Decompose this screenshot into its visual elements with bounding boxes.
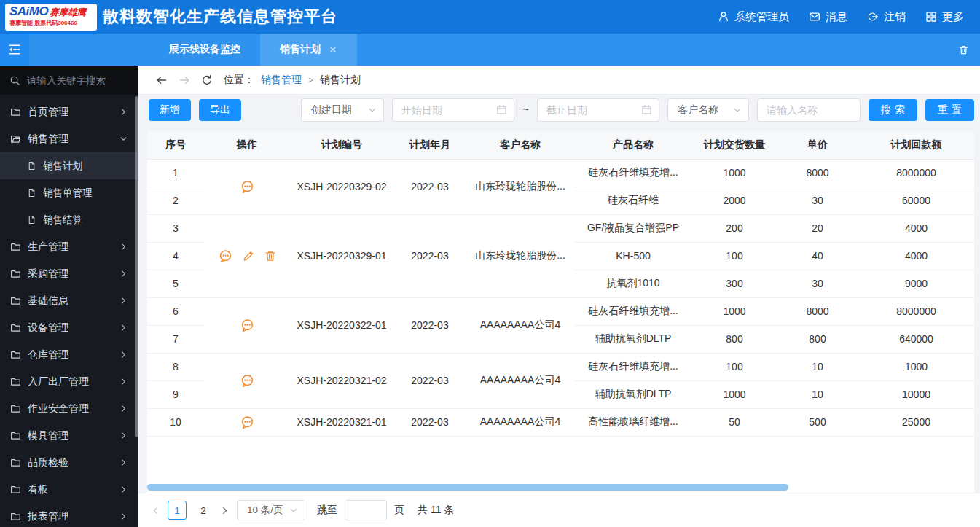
app-header: SAiMO 赛摩雄鹰 赛摩智能 股票代码300466 散料数智化生产线信息管控平… [0,0,980,34]
breadcrumb-parent-link[interactable]: 销售管理 [261,74,302,87]
chevron-right-icon [119,512,128,520]
chevron-left-icon [151,506,160,515]
folder-icon [10,295,21,306]
trash-icon [958,44,969,55]
reset-button[interactable]: 重置 [925,99,974,121]
clear-tabs-button[interactable] [958,34,980,66]
sidebar-toggle-button[interactable] [0,34,29,66]
page-size-select[interactable]: 10 条/页 [237,500,305,520]
folder-icon [10,403,21,414]
comment-button[interactable] [240,373,255,389]
cell-product: 硅灰石纤维 [574,187,692,214]
sidebar-item-2[interactable]: 销售管理 [0,125,138,152]
table-body: 1XSJH-20220329-022022-03山东玲珑轮胎股份...硅灰石纤维… [147,159,974,436]
breadcrumb-prefix: 位置： [224,74,254,87]
add-button[interactable]: 新增 [149,99,191,121]
comment-button[interactable] [240,318,255,333]
page-title: 散料数智化生产线信息管控平台 [103,6,337,28]
refresh-button[interactable] [201,74,213,86]
cell-product: 硅灰石纤维填充增... [574,353,692,380]
chevron-right-icon [119,324,128,332]
sidebar-scrollbar[interactable] [135,96,138,437]
comment-button[interactable] [218,249,233,264]
messages-button[interactable]: 消息 [809,10,847,24]
comment-icon [218,249,233,264]
start-date-input[interactable] [392,98,514,122]
cell-customer: 山东玲珑轮胎股份... [466,214,574,297]
cell-customer: AAAAAAAA公司4 [466,408,574,436]
cell-price: 8000 [777,297,858,325]
cell-price: 10 [777,380,858,408]
sidebar-item-label: 销售管理 [28,133,68,146]
sidebar-item-13[interactable]: 报表管理 [0,503,138,527]
sidebar-item-label: 报表管理 [28,510,68,523]
prev-page-button[interactable] [151,506,160,515]
cell-plan-no: XSJH-20220329-01 [290,214,393,297]
page-1-button[interactable]: 1 [168,501,187,520]
cell-qty: 300 [692,270,777,297]
sidebar-subitem-2-2[interactable]: 销售单管理 [0,179,138,206]
column-header-1: 序号 [147,131,204,159]
jump-page-input[interactable] [345,500,387,520]
cell-seq: 1 [147,159,204,187]
sidebar-item-label: 作业安全管理 [28,402,89,415]
table-row: 1XSJH-20220329-022022-03山东玲珑轮胎股份...硅灰石纤维… [147,159,974,187]
folder-icon [10,430,21,441]
sidebar-item-9[interactable]: 作业安全管理 [0,395,138,422]
file-icon [27,215,36,225]
user-icon [718,11,729,23]
search-button[interactable]: 搜索 [869,99,917,121]
edit-button[interactable] [242,249,255,262]
delete-icon [264,249,277,262]
sidebar-item-4[interactable]: 采购管理 [0,260,138,287]
user-name: 系统管理员 [734,10,789,24]
sidebar-item-11[interactable]: 品质检验 [0,449,138,476]
sidebar-item-3[interactable]: 生产管理 [0,233,138,260]
back-button[interactable] [156,74,168,86]
sidebar-item-10[interactable]: 模具管理 [0,422,138,449]
comment-button[interactable] [240,415,255,430]
cell-qty: 1000 [692,159,777,187]
logout-button[interactable]: 注销 [867,10,906,24]
cell-product: 硅灰石纤维填充增... [574,297,692,325]
file-icon [27,161,36,171]
sidebar-item-label: 仓库管理 [28,348,68,362]
cell-seq: 6 [147,297,204,325]
column-header-5: 客户名称 [466,131,574,159]
forward-button[interactable] [179,74,190,86]
sidebar-item-8[interactable]: 入厂出厂管理 [0,368,138,395]
more-button[interactable]: 更多 [925,10,964,24]
cell-qty: 100 [692,353,777,380]
delete-button[interactable] [264,249,277,262]
cell-qty: 200 [692,214,777,242]
cell-product: 抗氧剂1010 [574,270,692,297]
end-date-input[interactable] [537,98,659,122]
next-page-button[interactable] [220,506,230,515]
sidebar-item-1[interactable]: 首页管理 [0,98,138,125]
customer-select[interactable]: 客户名称 [667,98,749,122]
page-2-button[interactable]: 2 [194,501,213,520]
sidebar-item-5[interactable]: 基础信息 [0,287,138,314]
horizontal-scrollbar[interactable] [147,484,788,491]
sidebar-subitem-2-3[interactable]: 销售结算 [0,206,138,233]
sidebar-item-12[interactable]: 看板 [0,476,138,503]
cell-amount: 8000000 [858,159,974,187]
tab-sales-plan[interactable]: 销售计划 [260,34,357,66]
name-input[interactable] [757,98,861,122]
cell-price: 30 [777,270,858,297]
sidebar-search-input[interactable] [27,75,122,86]
user-menu[interactable]: 系统管理员 [718,10,789,24]
logout-icon [867,11,879,23]
folder-open-icon [10,133,21,144]
sidebar-subitem-2-1[interactable]: 销售计划 [0,152,138,179]
export-button[interactable]: 导出 [199,99,241,121]
cell-customer: AAAAAAAA公司4 [466,297,574,353]
comment-button[interactable] [240,179,255,195]
tab-monitor[interactable]: 展示线设备监控 [149,34,260,66]
tab-close-button[interactable] [329,45,337,54]
message-icon [809,11,820,23]
sidebar-item-7[interactable]: 仓库管理 [0,341,138,368]
logo-subtitle: 赛摩智能 股票代码300466 [9,19,93,27]
date-type-select[interactable]: 创建日期 [301,98,384,122]
sidebar-item-6[interactable]: 设备管理 [0,314,138,341]
